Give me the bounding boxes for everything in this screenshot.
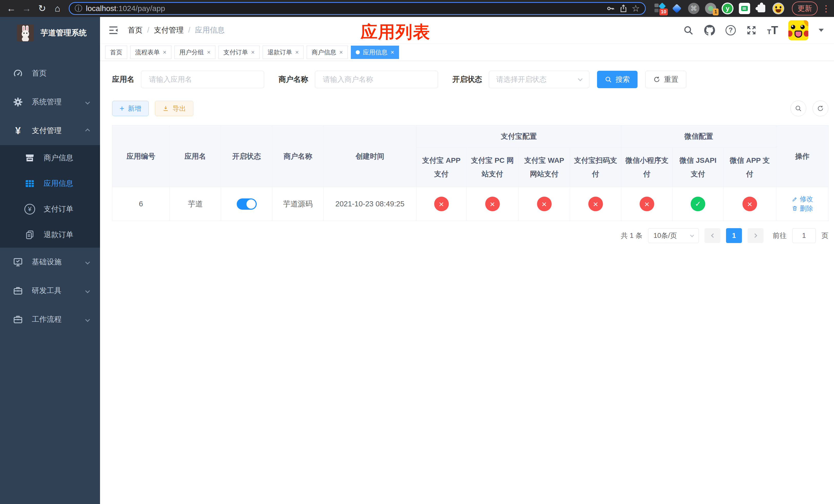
pagination: 共 1 条 10条/页 1 前往 页 <box>112 228 828 243</box>
app-logo-row[interactable]: 芋道管理系统 <box>0 17 100 49</box>
close-icon[interactable]: × <box>251 49 255 56</box>
site-info-icon[interactable]: ⓘ <box>74 3 82 14</box>
tags-view-bar: 首页 流程表单× 用户分组× 支付订单× 退款订单× 商户信息× 应用信息× <box>100 44 834 61</box>
search-button[interactable]: 搜索 <box>597 71 638 88</box>
app-table: 应用编号 应用名 开启状态 商户名称 创建时间 支付宝配置 微信配置 操作 支付… <box>112 125 829 221</box>
current-page[interactable]: 1 <box>726 228 742 243</box>
avatar-dropdown-icon[interactable] <box>819 29 824 32</box>
browser-chrome: ← → ↻ ⌂ ⓘ localhost:1024/pay/app ☆ 10 ⌘ … <box>0 0 834 17</box>
total-count: 共 1 条 <box>621 231 642 240</box>
col-alipay-wap: 支付宝 WAP 网站支付 <box>519 147 570 187</box>
extension-icon-chat[interactable] <box>739 3 750 14</box>
help-icon[interactable]: ? <box>725 25 736 36</box>
back-icon[interactable]: ← <box>5 2 18 15</box>
share-icon[interactable] <box>619 4 628 13</box>
briefcase-icon <box>12 314 24 324</box>
edit-link[interactable]: 修改 <box>792 194 813 204</box>
github-icon[interactable] <box>704 25 715 36</box>
refresh-button[interactable] <box>812 100 828 116</box>
sidebar-item-label: 应用信息 <box>44 178 73 189</box>
add-button[interactable]: + 新增 <box>112 101 149 116</box>
sidebar-item-refund-orders[interactable]: 退款订单 <box>0 222 100 248</box>
url-text[interactable]: localhost:1024/pay/app <box>86 4 602 13</box>
breadcrumb-current: 应用信息 <box>195 25 225 36</box>
merchant-name-input[interactable] <box>315 71 438 88</box>
tab-app-info[interactable]: 应用信息× <box>351 46 399 59</box>
extension-icon-tabs[interactable]: 10 <box>654 3 666 14</box>
sidebar-item-label: 首页 <box>32 68 47 78</box>
export-button[interactable]: 导出 <box>155 101 193 116</box>
browser-menu-icon[interactable]: ⋮ <box>822 3 829 14</box>
tab-home[interactable]: 首页 <box>105 46 127 59</box>
sidebar-item-merchant-info[interactable]: 商户信息 <box>0 145 100 171</box>
wx-mini-status-icon <box>640 197 654 211</box>
tab-user-group[interactable]: 用户分组× <box>174 46 215 59</box>
search-form: 应用名 商户名称 开启状态 请选择开启状态 搜索 重置 <box>112 71 828 88</box>
breadcrumb-home[interactable]: 首页 <box>128 25 142 36</box>
search-icon[interactable] <box>683 25 694 36</box>
password-key-icon[interactable] <box>606 4 615 13</box>
show-search-button[interactable] <box>790 100 806 116</box>
sidebar-item-label: 系统管理 <box>32 97 62 107</box>
close-icon[interactable]: × <box>391 49 394 56</box>
font-size-icon[interactable]: TT <box>767 25 778 36</box>
reload-icon[interactable]: ↻ <box>36 2 49 15</box>
status-select[interactable]: 请选择开启状态 <box>489 71 589 88</box>
extension-icon-y[interactable]: y <box>722 3 733 14</box>
extension-icon-recorder[interactable]: 1 <box>705 3 717 14</box>
app-name-input[interactable] <box>141 71 264 88</box>
breadcrumb-payment[interactable]: 支付管理 <box>154 25 184 36</box>
extension-puzzle-icon[interactable] <box>755 3 767 14</box>
sidebar-item-app-info[interactable]: 应用信息 <box>0 171 100 197</box>
bookmark-star-icon[interactable]: ☆ <box>632 3 640 14</box>
chevron-up-icon <box>85 129 90 133</box>
dashboard-icon <box>12 68 24 79</box>
chevron-down-icon <box>85 289 90 293</box>
close-icon[interactable]: × <box>339 49 343 56</box>
page-content: 应用名 商户名称 开启状态 请选择开启状态 搜索 重置 <box>100 61 834 504</box>
wx-app-status-icon <box>743 197 757 211</box>
sidebar-item-dev-tools[interactable]: 研发工具 <box>0 276 100 305</box>
extension-icon-gem[interactable] <box>671 3 683 14</box>
sidebar-item-label: 支付订单 <box>44 204 73 214</box>
page-size-select[interactable]: 10条/页 <box>648 228 699 243</box>
user-avatar[interactable] <box>788 20 808 40</box>
collapse-sidebar-icon[interactable] <box>108 25 119 36</box>
alipay-qr-status-icon <box>588 197 603 211</box>
delete-link[interactable]: 删除 <box>792 204 813 213</box>
address-bar[interactable]: ⓘ localhost:1024/pay/app ☆ <box>69 2 646 15</box>
yen-icon: ¥ <box>12 125 24 136</box>
reset-button[interactable]: 重置 <box>645 71 686 88</box>
home-icon[interactable]: ⌂ <box>51 2 64 15</box>
extension-badge: 10 <box>659 8 668 15</box>
app-name-label: 应用名 <box>112 74 134 85</box>
close-icon[interactable]: × <box>207 49 211 56</box>
document-copy-icon <box>24 230 36 240</box>
extension-icon-command[interactable]: ⌘ <box>688 3 700 14</box>
sidebar-item-workflow[interactable]: 工作流程 <box>0 305 100 334</box>
forward-icon[interactable]: → <box>20 2 33 15</box>
chrome-update-button[interactable]: 更新 <box>792 2 818 15</box>
gear-icon <box>12 97 24 107</box>
fullscreen-icon[interactable] <box>746 25 757 36</box>
sidebar-item-pay-orders[interactable]: ¥ 支付订单 <box>0 197 100 222</box>
tab-pay-orders[interactable]: 支付订单× <box>219 46 260 59</box>
table-row: 6 芋道 芋道源码 2021-10-23 08:49:25 <box>112 187 829 221</box>
sidebar-item-system[interactable]: 系统管理 <box>0 88 100 116</box>
tab-process-form[interactable]: 流程表单× <box>130 46 171 59</box>
sidebar-item-home[interactable]: 首页 <box>0 59 100 88</box>
next-page-button[interactable] <box>748 228 764 243</box>
tab-merchant-info[interactable]: 商户信息× <box>307 46 348 59</box>
active-dot <box>356 50 360 54</box>
close-icon[interactable]: × <box>163 49 167 56</box>
sidebar-item-infrastructure[interactable]: 基础设施 <box>0 248 100 276</box>
profile-avatar-icon[interactable] <box>772 3 784 14</box>
status-toggle[interactable] <box>237 199 257 210</box>
goto-page-input[interactable] <box>792 228 816 243</box>
tab-refund-orders[interactable]: 退款订单× <box>263 46 304 59</box>
table-toolbar: + 新增 导出 <box>112 100 828 116</box>
sidebar-item-payment[interactable]: ¥ 支付管理 <box>0 116 100 145</box>
close-icon[interactable]: × <box>295 49 299 56</box>
prev-page-button[interactable] <box>704 228 720 243</box>
rabbit-logo <box>17 24 34 41</box>
